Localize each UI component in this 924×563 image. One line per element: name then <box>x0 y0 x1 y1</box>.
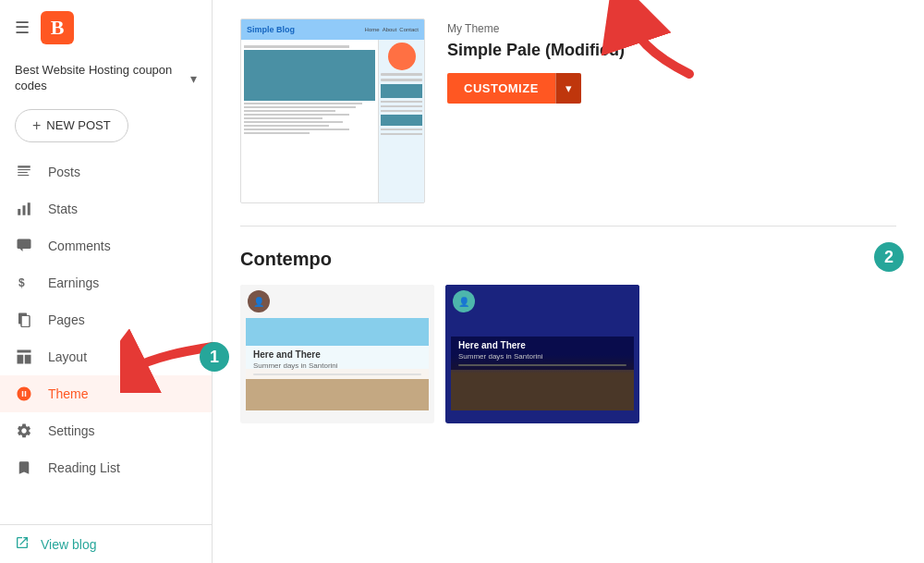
customize-dropdown-button[interactable]: ▾ <box>555 73 581 104</box>
layout-icon <box>15 349 33 365</box>
pages-icon <box>15 312 33 328</box>
blogger-logo: B <box>41 11 74 44</box>
sidebar-header: ☰ B <box>0 0 212 55</box>
svg-rect-15 <box>25 355 31 364</box>
sidebar-item-label: Earnings <box>48 275 99 290</box>
sidebar-item-posts[interactable]: Posts <box>0 153 212 190</box>
settings-icon <box>15 422 33 439</box>
view-blog-link[interactable]: View blog <box>0 524 212 563</box>
comments-icon <box>15 238 33 254</box>
annotation-1-container: 1 <box>200 342 229 372</box>
theme-name: Simple Pale (Modified) <box>447 41 625 60</box>
nav-items: Posts Stats Comments $ Earnings Pages <box>0 153 212 524</box>
contempo-section-title: Contempo <box>240 249 896 270</box>
theme-preview-image: Simple Blog Home About Contact <box>240 18 425 203</box>
svg-rect-3 <box>18 175 29 176</box>
new-post-label: NEW POST <box>46 118 110 132</box>
svg-rect-11 <box>21 315 30 326</box>
svg-rect-14 <box>18 355 24 364</box>
sidebar-item-earnings[interactable]: $ Earnings <box>0 264 212 301</box>
sidebar-item-layout[interactable]: Layout <box>0 338 212 375</box>
sidebar-item-label: Reading List <box>48 460 120 475</box>
svg-rect-0 <box>18 165 30 167</box>
theme-cards: 👤 Here and There Summer days in Santorin… <box>240 285 896 423</box>
theme-icon <box>15 386 33 402</box>
customize-button[interactable]: CUSTOMIZE <box>447 73 555 104</box>
main-content: Simple Blog Home About Contact <box>213 0 924 563</box>
sidebar-item-label: Settings <box>48 423 95 438</box>
sidebar-item-label: Layout <box>48 349 87 364</box>
svg-rect-4 <box>18 209 20 215</box>
sidebar-item-label: Posts <box>48 165 80 179</box>
svg-rect-2 <box>18 172 28 173</box>
plus-icon: + <box>32 117 41 134</box>
svg-marker-8 <box>20 249 23 251</box>
theme-card-dark[interactable]: 👤 Here and There Summer days in Santorin… <box>445 285 639 423</box>
svg-text:$: $ <box>18 276 25 289</box>
svg-rect-5 <box>23 205 26 215</box>
svg-rect-1 <box>18 169 30 170</box>
svg-rect-7 <box>18 239 31 249</box>
sidebar: ☰ B Best Website Hosting coupon codes ▾ … <box>0 0 213 563</box>
theme-card-light[interactable]: 👤 Here and There Summer days in Santorin… <box>240 285 434 423</box>
sidebar-item-theme[interactable]: Theme <box>0 375 212 412</box>
sidebar-item-reading-list[interactable]: Reading List <box>0 449 212 486</box>
new-post-button[interactable]: + NEW POST <box>15 109 128 142</box>
sidebar-item-label: Comments <box>48 239 111 253</box>
dropdown-arrow-icon: ▾ <box>565 81 572 95</box>
blog-name: Best Website Hosting coupon codes <box>15 63 185 94</box>
hamburger-icon[interactable]: ☰ <box>15 18 30 38</box>
sidebar-item-label: Theme <box>48 386 89 401</box>
earnings-icon: $ <box>15 275 33 291</box>
posts-icon <box>15 164 33 180</box>
contempo-section: Contempo 👤 Here and There Summer days in… <box>240 249 896 423</box>
svg-rect-13 <box>18 349 31 352</box>
sidebar-item-stats[interactable]: Stats <box>0 190 212 227</box>
reading-list-icon <box>15 459 33 476</box>
sidebar-item-label: Stats <box>48 202 78 216</box>
sidebar-item-pages[interactable]: Pages <box>0 301 212 338</box>
my-theme-section: Simple Blog Home About Contact <box>240 18 896 226</box>
svg-rect-6 <box>28 202 30 215</box>
stats-icon <box>15 201 33 217</box>
my-theme-label: My Theme <box>447 22 625 35</box>
chevron-down-icon: ▾ <box>190 71 197 86</box>
sidebar-item-label: Pages <box>48 312 85 327</box>
customize-btn-group: CUSTOMIZE ▾ <box>447 73 625 104</box>
external-link-icon <box>15 535 30 553</box>
annotation-2: 2 <box>874 242 904 272</box>
sidebar-item-comments[interactable]: Comments <box>0 227 212 264</box>
sidebar-item-settings[interactable]: Settings <box>0 412 212 449</box>
blogger-logo-letter: B <box>51 16 65 40</box>
annotation-1: 1 <box>200 342 229 372</box>
theme-info: My Theme Simple Pale (Modified) CUSTOMIZ… <box>447 18 625 203</box>
blog-selector[interactable]: Best Website Hosting coupon codes ▾ <box>0 55 212 98</box>
view-blog-label: View blog <box>41 537 96 552</box>
